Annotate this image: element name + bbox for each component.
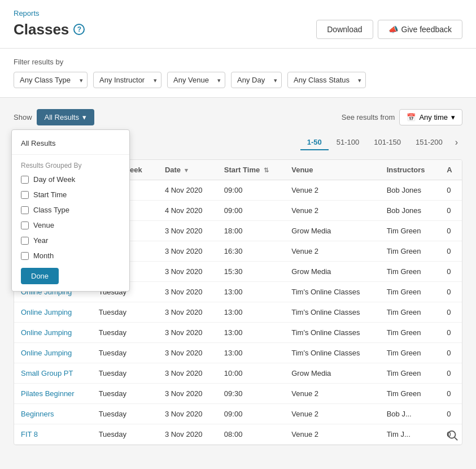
all-results-button[interactable]: All Results ▾ <box>37 109 94 125</box>
col-venue[interactable]: Venue <box>285 160 379 180</box>
cell-instructor: Tim Green <box>380 323 440 343</box>
cell-class[interactable]: Online Jumping <box>14 323 92 343</box>
cell-a: 0 <box>440 384 462 404</box>
page-151-200-button[interactable]: 151-200 <box>409 135 449 150</box>
cell-day: Tuesday <box>92 323 158 343</box>
breadcrumb[interactable]: Reports <box>14 9 462 18</box>
dropdown-done-area: Done <box>21 268 120 284</box>
checkbox-venue-input[interactable] <box>21 222 29 229</box>
see-results-label: See results from <box>342 113 395 121</box>
checkbox-start-time-input[interactable] <box>21 191 29 199</box>
cell-date: 3 Nov 2020 <box>158 323 217 343</box>
col-a: A <box>440 160 462 180</box>
cell-a: 0 <box>440 241 462 262</box>
page-101-150-button[interactable]: 101-150 <box>367 135 408 150</box>
cell-venue: Venue 2 <box>285 201 379 221</box>
search-icon <box>446 429 458 441</box>
day-select[interactable]: Any Day <box>231 72 282 88</box>
checkbox-day-of-week-input[interactable] <box>21 176 29 184</box>
class-type-filter[interactable]: Any Class Type <box>14 72 88 88</box>
toolbar: Show All Results ▾ See results from 📅 An… <box>14 109 462 125</box>
cell-instructor: Bob Jones <box>380 201 440 221</box>
cell-venue: Grow Media <box>285 363 379 384</box>
calendar-icon: 📅 <box>407 113 416 121</box>
done-button[interactable]: Done <box>21 268 59 284</box>
checkbox-class-type[interactable]: Class Type <box>12 202 129 218</box>
cell-date: 3 Nov 2020 <box>158 282 217 302</box>
checkbox-venue[interactable]: Venue <box>12 218 129 233</box>
checkbox-month[interactable]: Month <box>12 248 129 263</box>
checkbox-class-type-input[interactable] <box>21 206 29 214</box>
give-feedback-button[interactable]: 📣 Give feedback <box>378 20 463 39</box>
page-51-100-button[interactable]: 51-100 <box>330 135 366 150</box>
checkbox-year-input[interactable] <box>21 237 29 245</box>
cell-day: Tuesday <box>92 424 158 445</box>
checkbox-start-time[interactable]: Start Time <box>12 187 129 202</box>
time-dropdown-arrow-icon: ▾ <box>451 113 455 121</box>
show-label: Show <box>14 113 32 121</box>
checkbox-month-input[interactable] <box>21 252 29 260</box>
cell-a: 0 <box>440 221 462 241</box>
cell-day: Tuesday <box>92 343 158 363</box>
cell-a: 0 <box>440 363 462 384</box>
cell-instructor: Tim Green <box>380 363 440 384</box>
table-row: Small Group PT Tuesday 3 Nov 2020 10:00 … <box>14 363 462 384</box>
cell-class[interactable]: Beginners <box>14 404 92 424</box>
page-title: Classes ? <box>14 21 85 38</box>
class-status-filter[interactable]: Any Class Status <box>287 72 366 88</box>
cell-date: 3 Nov 2020 <box>158 404 217 424</box>
cell-start-time: 09:00 <box>217 404 285 424</box>
cell-start-time: 10:00 <box>217 363 285 384</box>
filter-row: Any Class Type Any Instructor Any Venue … <box>14 72 462 88</box>
cell-instructor: Bob Jones <box>380 180 440 201</box>
header: Reports Classes ? Download 📣 Give feedba… <box>0 0 476 49</box>
col-instructors[interactable]: Instructors <box>380 160 440 180</box>
all-results-dropdown: All Results Results Grouped By Day of We… <box>11 129 130 292</box>
cell-a: 0 <box>440 180 462 201</box>
col-date[interactable]: Date ▾ <box>158 160 217 180</box>
instructor-filter[interactable]: Any Instructor <box>93 72 161 88</box>
checkbox-day-of-week[interactable]: Day of Week <box>12 172 129 187</box>
cell-date: 4 Nov 2020 <box>158 180 217 201</box>
download-button[interactable]: Download <box>316 20 373 39</box>
feedback-icon: 📣 <box>388 25 398 34</box>
dropdown-all-results-item[interactable]: All Results <box>12 134 129 152</box>
cell-class[interactable]: Online Jumping <box>14 302 92 323</box>
cell-class[interactable]: Small Group PT <box>14 363 92 384</box>
search-icon-float[interactable] <box>442 425 462 445</box>
col-start-time[interactable]: Start Time ⇅ <box>217 160 285 180</box>
cell-class[interactable]: FIT 8 <box>14 424 92 445</box>
day-filter[interactable]: Any Day <box>231 72 282 88</box>
cell-class[interactable]: Pilates Beginner <box>14 384 92 404</box>
venue-select[interactable]: Any Venue <box>167 72 225 88</box>
cell-start-time: 09:30 <box>217 384 285 404</box>
page-next-button[interactable]: › <box>451 134 462 150</box>
class-type-select[interactable]: Any Class Type <box>14 72 88 88</box>
cell-venue: Tim's Online Classes <box>285 302 379 323</box>
cell-a: 0 <box>440 323 462 343</box>
cell-start-time: 13:00 <box>217 282 285 302</box>
instructor-select[interactable]: Any Instructor <box>93 72 161 88</box>
cell-a: 0 <box>440 282 462 302</box>
cell-venue: Grow Media <box>285 221 379 241</box>
cell-venue: Venue 2 <box>285 424 379 445</box>
cell-a: 0 <box>440 404 462 424</box>
cell-venue: Tim's Online Classes <box>285 282 379 302</box>
cell-start-time: 08:00 <box>217 424 285 445</box>
help-icon[interactable]: ? <box>73 24 85 35</box>
class-status-select[interactable]: Any Class Status <box>287 72 366 88</box>
cell-start-time: 13:00 <box>217 302 285 323</box>
cell-a: 0 <box>440 201 462 221</box>
cell-instructor: Bob J... <box>380 404 440 424</box>
any-time-button[interactable]: 📅 Any time ▾ <box>399 109 462 125</box>
cell-class[interactable]: Online Jumping <box>14 343 92 363</box>
venue-filter[interactable]: Any Venue <box>167 72 225 88</box>
dropdown-divider <box>12 154 129 155</box>
checkbox-year[interactable]: Year <box>12 233 129 248</box>
cell-start-time: 15:30 <box>217 262 285 282</box>
table-row: Pilates Beginner Tuesday 3 Nov 2020 09:3… <box>14 384 462 404</box>
table-row: Beginners Tuesday 3 Nov 2020 09:00 Venue… <box>14 404 462 424</box>
cell-venue: Venue 2 <box>285 404 379 424</box>
page-1-50-button[interactable]: 1-50 <box>300 135 329 150</box>
cell-date: 3 Nov 2020 <box>158 363 217 384</box>
